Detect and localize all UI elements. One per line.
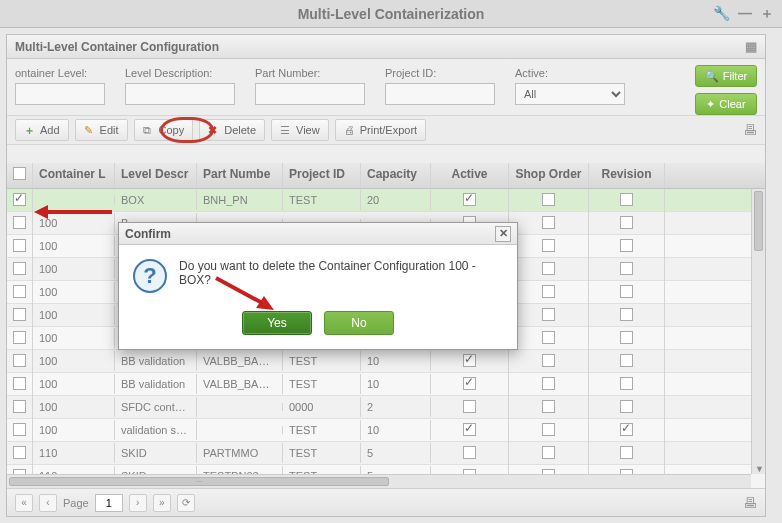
shop-order-checkbox[interactable] [542, 193, 555, 206]
filter-proj-label: Project ID: [385, 67, 495, 79]
page-input[interactable] [95, 494, 123, 512]
copy-button[interactable]: ⧉Copy [134, 119, 194, 141]
revision-checkbox[interactable] [620, 193, 633, 206]
cell [509, 189, 589, 212]
revision-checkbox[interactable] [620, 331, 633, 344]
table-row[interactable]: 100validation sfd…TEST10 [7, 419, 751, 442]
revision-checkbox[interactable] [620, 354, 633, 367]
table-row[interactable]: 100SFDC container00002 [7, 396, 751, 419]
row-select-checkbox[interactable] [13, 446, 26, 459]
page-last-button[interactable]: » [153, 494, 171, 512]
add-button[interactable]: ＋Add [15, 119, 69, 141]
scroll-down-icon[interactable]: ▼ [755, 464, 764, 474]
page-first-button[interactable]: « [15, 494, 33, 512]
row-select-checkbox[interactable] [13, 239, 26, 252]
revision-checkbox[interactable] [620, 285, 633, 298]
col-container-level[interactable]: Container L [33, 163, 115, 188]
dialog-close-button[interactable]: ✕ [495, 226, 511, 242]
active-checkbox[interactable] [463, 193, 476, 206]
filter-button[interactable]: 🔍Filter [695, 65, 757, 87]
select-all-checkbox[interactable] [13, 167, 26, 180]
cell [509, 235, 589, 258]
revision-checkbox[interactable] [620, 262, 633, 275]
shop-order-checkbox[interactable] [542, 239, 555, 252]
row-select-checkbox[interactable] [13, 193, 26, 206]
page-prev-button[interactable]: ‹ [39, 494, 57, 512]
hscroll-thumb[interactable]: ··· [9, 477, 389, 486]
row-select-checkbox[interactable] [13, 400, 26, 413]
active-checkbox[interactable] [463, 446, 476, 459]
row-select-checkbox[interactable] [13, 331, 26, 344]
shop-order-checkbox[interactable] [542, 354, 555, 367]
shop-order-checkbox[interactable] [542, 285, 555, 298]
cell [589, 373, 665, 396]
revision-checkbox[interactable] [620, 446, 633, 459]
row-select-checkbox[interactable] [13, 285, 26, 298]
cell [7, 304, 33, 327]
revision-checkbox[interactable] [620, 400, 633, 413]
col-part-number[interactable]: Part Numbe [197, 163, 283, 188]
row-select-checkbox[interactable] [13, 308, 26, 321]
table-row[interactable]: 110SKIDPARTMMOTEST5 [7, 442, 751, 465]
filter-pn-input[interactable] [255, 83, 365, 105]
shop-order-checkbox[interactable] [542, 400, 555, 413]
table-row[interactable]: 100BB validationVALBB_BASE2TEST10 [7, 350, 751, 373]
dialog-yes-button[interactable]: Yes [242, 311, 312, 335]
shop-order-checkbox[interactable] [542, 216, 555, 229]
revision-checkbox[interactable] [620, 216, 633, 229]
shop-order-checkbox[interactable] [542, 377, 555, 390]
row-select-checkbox[interactable] [13, 354, 26, 367]
filter-active-select[interactable]: All [515, 83, 625, 105]
active-checkbox[interactable] [463, 400, 476, 413]
shop-order-checkbox[interactable] [542, 331, 555, 344]
revision-checkbox[interactable] [620, 239, 633, 252]
filter-level-input[interactable] [15, 83, 105, 105]
delete-button[interactable]: ✖Delete [199, 119, 265, 141]
panel-gear-icon[interactable]: ▦ [745, 39, 757, 54]
page-refresh-button[interactable]: ⟳ [177, 494, 195, 512]
page-next-button[interactable]: › [129, 494, 147, 512]
shop-order-checkbox[interactable] [542, 423, 555, 436]
table-row[interactable]: 100BB validationVALBB_BASE4TEST10 [7, 373, 751, 396]
filter-proj-input[interactable] [385, 83, 495, 105]
cell [431, 442, 509, 465]
row-select-checkbox[interactable] [13, 262, 26, 275]
active-checkbox[interactable] [463, 377, 476, 390]
add-window-icon[interactable]: ＋ [760, 5, 774, 23]
scroll-thumb[interactable] [754, 191, 763, 251]
col-active[interactable]: Active [431, 163, 509, 188]
row-select-checkbox[interactable] [13, 377, 26, 390]
table-row[interactable]: BOXBNH_PNTEST20 [7, 189, 751, 212]
dialog-header[interactable]: Confirm ✕ [119, 223, 517, 245]
print-button[interactable]: 🖨Print/Export [335, 119, 426, 141]
view-button[interactable]: ☰View [271, 119, 329, 141]
page-title-bar: Multi-Level Containerization 🔧 — ＋ [0, 0, 782, 28]
active-checkbox[interactable] [463, 354, 476, 367]
cell [7, 419, 33, 442]
horizontal-scrollbar[interactable]: ··· [7, 474, 751, 488]
active-checkbox[interactable] [463, 423, 476, 436]
col-shop-order[interactable]: Shop Order [509, 163, 589, 188]
pager-export-icon[interactable]: 🖶 [743, 495, 757, 511]
clear-button[interactable]: ✦Clear [695, 93, 757, 115]
table-row[interactable]: 110SKIDTESTPN03TEST5 [7, 465, 751, 474]
dialog-no-button[interactable]: No [324, 311, 394, 335]
revision-checkbox[interactable] [620, 308, 633, 321]
vertical-scrollbar[interactable]: ▲ ▼ [751, 189, 765, 474]
revision-checkbox[interactable] [620, 423, 633, 436]
filter-desc-input[interactable] [125, 83, 235, 105]
col-revision[interactable]: Revision [589, 163, 665, 188]
export-icon[interactable]: 🖶 [743, 122, 757, 138]
minimize-icon[interactable]: — [738, 5, 752, 23]
shop-order-checkbox[interactable] [542, 262, 555, 275]
row-select-checkbox[interactable] [13, 423, 26, 436]
edit-button[interactable]: ✎Edit [75, 119, 128, 141]
col-capacity[interactable]: Capacity [361, 163, 431, 188]
col-level-desc[interactable]: Level Descr [115, 163, 197, 188]
col-project-id[interactable]: Project ID [283, 163, 361, 188]
row-select-checkbox[interactable] [13, 216, 26, 229]
shop-order-checkbox[interactable] [542, 446, 555, 459]
wrench-icon[interactable]: 🔧 [713, 5, 730, 23]
revision-checkbox[interactable] [620, 377, 633, 390]
shop-order-checkbox[interactable] [542, 308, 555, 321]
